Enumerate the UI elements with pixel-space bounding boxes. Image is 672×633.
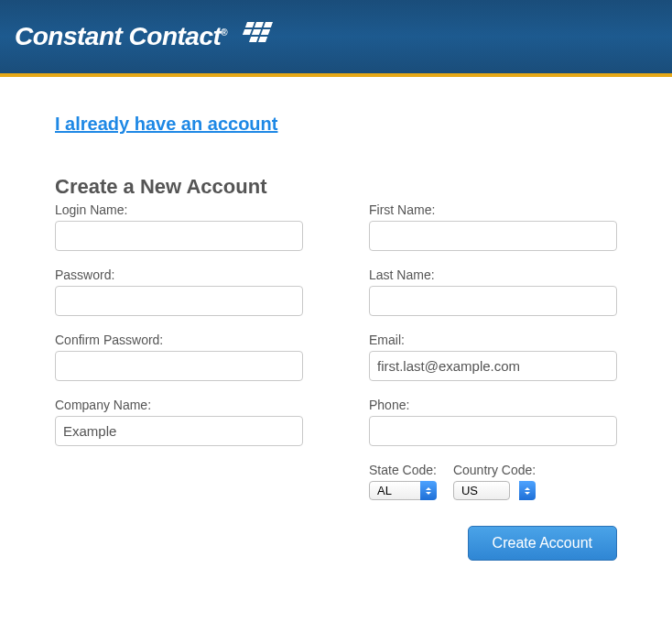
email-input[interactable] <box>369 351 617 381</box>
login-name-label: Login Name: <box>55 202 303 217</box>
state-code-select[interactable]: AL <box>369 481 426 500</box>
svg-rect-0 <box>245 22 255 27</box>
login-name-input[interactable] <box>55 221 303 251</box>
phone-input[interactable] <box>369 416 617 446</box>
svg-rect-2 <box>264 22 273 27</box>
phone-label: Phone: <box>369 398 617 412</box>
svg-rect-3 <box>243 29 252 35</box>
brand-swoosh-icon <box>236 22 276 51</box>
first-name-label: First Name: <box>369 202 617 217</box>
country-code-select[interactable]: US <box>453 481 510 500</box>
chevron-updown-icon <box>519 481 536 500</box>
brand-logo: Constant Contact® <box>15 22 657 51</box>
svg-rect-4 <box>252 29 261 35</box>
email-label: Email: <box>369 333 617 347</box>
form-title: Create a New Account <box>55 175 617 199</box>
svg-rect-5 <box>261 29 270 35</box>
last-name-label: Last Name: <box>369 267 617 282</box>
country-code-label: Country Code: <box>453 463 536 477</box>
last-name-input[interactable] <box>369 286 617 316</box>
confirm-password-label: Confirm Password: <box>55 333 303 347</box>
signup-form: Login Name: Password: Confirm Password: … <box>55 202 617 561</box>
svg-rect-6 <box>249 37 258 42</box>
state-code-label: State Code: <box>369 463 437 477</box>
content: I already have an account Create a New A… <box>0 77 672 597</box>
brand-name: Constant Contact® <box>15 22 227 51</box>
existing-account-link[interactable]: I already have an account <box>55 114 277 135</box>
svg-rect-7 <box>258 37 267 42</box>
header: Constant Contact® <box>0 0 672 77</box>
company-name-label: Company Name: <box>55 398 303 412</box>
first-name-input[interactable] <box>369 221 617 251</box>
company-name-input[interactable] <box>55 416 303 446</box>
password-label: Password: <box>55 267 303 282</box>
create-account-button[interactable]: Create Account <box>468 526 617 561</box>
password-input[interactable] <box>55 286 303 316</box>
svg-rect-1 <box>255 22 264 27</box>
confirm-password-input[interactable] <box>55 351 303 381</box>
